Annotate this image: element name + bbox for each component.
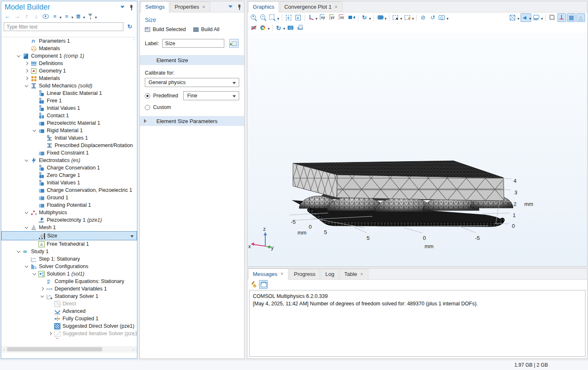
show-axis-orientation-icon[interactable]	[557, 13, 566, 22]
color-theme-icon[interactable]	[259, 24, 270, 32]
tree-item-contact-1[interactable]: Contact 1	[1, 112, 137, 119]
label-input[interactable]	[162, 39, 224, 48]
tab-messages[interactable]: Messages	[248, 268, 288, 280]
tree-item-direct[interactable]: Direct	[1, 300, 137, 307]
panel-menu-icon[interactable]	[120, 6, 125, 10]
zoom-box-icon[interactable]	[269, 13, 280, 22]
element-size-section-header[interactable]: Element Size	[140, 55, 244, 65]
tree-item-initial-values-1[interactable]: Initial Values 1	[1, 179, 137, 186]
dropdown-caret-icon[interactable]	[316, 14, 318, 22]
dropdown-caret-icon[interactable]	[541, 14, 543, 22]
tree-item-electrostatics[interactable]: Electrostatics(es)	[1, 157, 137, 164]
tree-item-advanced[interactable]: Advanced	[1, 307, 137, 315]
select-box-icon[interactable]	[391, 13, 403, 22]
tree-item-multiphysics[interactable]: Multiphysics	[1, 209, 137, 216]
tree-expanded-arrow[interactable]	[32, 271, 38, 277]
show-mesh-icon[interactable]: △	[576, 13, 585, 22]
tree-expanded-arrow[interactable]	[16, 53, 22, 59]
horizontal-scrollbar[interactable]: ‹ ›	[1, 346, 137, 353]
model-tree-node-text-icon[interactable]: ≣	[74, 12, 86, 21]
snapshot-icon[interactable]	[286, 24, 295, 32]
tree-item-materials[interactable]: Materials	[1, 45, 137, 52]
tree-collapsed-arrow[interactable]	[40, 286, 46, 292]
view-axis-icon[interactable]	[307, 13, 318, 22]
tree-item-rigid-material-1[interactable]: Rigid Material 1	[1, 127, 137, 134]
orthographic-projection-icon[interactable]	[548, 13, 557, 22]
tree-expanded-arrow[interactable]	[24, 157, 30, 163]
zoom-out-icon[interactable]	[259, 13, 268, 22]
tree-item-component-1[interactable]: Component 1(comp 1)	[1, 52, 137, 60]
tree-item-fixed-constraint-1[interactable]: Fixed Constraint 1	[1, 149, 137, 157]
expand-all-icon[interactable]: ≡	[51, 12, 62, 21]
show-icon[interactable]	[41, 12, 50, 21]
email-messages-icon[interactable]	[259, 280, 268, 289]
tree-item-study-1[interactable]: Study 1	[1, 248, 137, 255]
tree-item-piezoelectric-material-1[interactable]: Piezoelectric Material 1	[1, 119, 137, 127]
dropdown-caret-icon[interactable]	[369, 14, 371, 22]
dropdown-caret-icon[interactable]	[60, 13, 62, 20]
disable-transparency-icon[interactable]	[250, 24, 258, 32]
reset-hiding-icon[interactable]: ↺	[428, 13, 437, 22]
tree-item-materials[interactable]: Materials	[1, 75, 137, 82]
tree-item-charge-conservation-1[interactable]: Charge Conservation 1	[1, 164, 137, 172]
tree-item-compile-equations-stationary[interactable]: Compile Equations: Stationary	[1, 278, 137, 285]
tree-expanded-arrow[interactable]	[24, 225, 30, 230]
tree-item-initial-values-1[interactable]: Initial Values 1	[1, 134, 137, 142]
tree-item-suggested-iterative-solver-pze1[interactable]: Suggested Iterative Solver (pze1)	[1, 330, 137, 337]
tree-item-dependent-variables-1[interactable]: Dependent Variables 1	[1, 285, 137, 293]
tree-item-fully-coupled-1[interactable]: Fully Coupled 1	[1, 315, 137, 322]
tree-item-solver-configurations[interactable]: Solver Configurations	[1, 263, 137, 270]
zoom-to-selection-icon[interactable]	[294, 13, 302, 22]
camera-view-icon[interactable]	[347, 13, 356, 22]
predefined-radio[interactable]	[145, 93, 150, 99]
dropdown-caret-icon[interactable]	[283, 24, 286, 31]
close-icon[interactable]	[280, 271, 284, 277]
predefined-size-select[interactable]: Fine	[183, 91, 239, 100]
move-up-icon[interactable]: ↑	[22, 12, 31, 21]
graphics-plot-area[interactable]: -5 0 mm 5 5 0 -5 mm 4 3 2 mm 1 0	[247, 33, 587, 266]
back-icon[interactable]: ←	[3, 12, 12, 21]
tree-item-step-1-stationary[interactable]: Step 1: Stationary	[1, 255, 137, 263]
tree-item-definitions[interactable]: Definitions	[1, 60, 137, 67]
tree-item-solution-1[interactable]: Solution 1(sol1)	[1, 270, 137, 278]
build-all-button[interactable]: Build All	[193, 27, 219, 32]
zoom-in-icon[interactable]	[250, 13, 258, 22]
environment-reflections-icon[interactable]: ↻	[275, 24, 286, 32]
tree-item-mesh-1[interactable]: Mesh 1	[1, 224, 137, 231]
create-selection-button[interactable]	[229, 39, 239, 48]
tab-convergence-plot[interactable]: Convergence Plot 1	[280, 2, 343, 12]
tree-expanded-arrow[interactable]	[24, 210, 30, 215]
tree-item-free-tetrahedral-1[interactable]: Free Tetrahedral 1	[1, 240, 137, 248]
dropdown-caret-icon[interactable]	[412, 14, 414, 22]
tree-item-linear-elastic-material-1[interactable]: Linear Elastic Material 1	[1, 89, 137, 97]
filter-icon[interactable]	[86, 12, 98, 21]
scrollbar-thumb[interactable]	[7, 347, 102, 351]
refresh-icon[interactable]: ↻	[125, 22, 134, 31]
close-icon[interactable]	[202, 4, 206, 10]
dropdown-caret-icon[interactable]	[83, 13, 85, 20]
tree-item-initial-values-1[interactable]: Initial Values 1	[1, 104, 137, 112]
close-icon[interactable]	[360, 271, 364, 277]
tree-collapsed-arrow[interactable]	[24, 75, 30, 81]
pin-icon[interactable]	[237, 4, 242, 10]
dropdown-caret-icon[interactable]	[446, 14, 449, 22]
show-grid-icon[interactable]: ▦	[567, 13, 576, 22]
zoom-extents-icon[interactable]	[284, 13, 293, 22]
tab-progress[interactable]: Progress	[289, 269, 320, 279]
view-xz-plane-icon[interactable]: xz	[338, 13, 346, 22]
tab-table[interactable]: Table	[340, 269, 368, 279]
tab-properties[interactable]: Properties	[170, 2, 210, 12]
element-size-parameters-header[interactable]: Element Size Parameters	[140, 116, 244, 126]
tree-item-stationary-solver-1[interactable]: Stationary Solver 1	[1, 293, 137, 300]
tree-item-prescribed-displacement-rotation[interactable]: Prescribed Displacement/Rotation	[1, 142, 137, 149]
tree-item-suggested-direct-solver-pze1[interactable]: Suggested Direct Solver (pze1)	[1, 322, 137, 330]
custom-radio[interactable]	[145, 105, 150, 110]
tree-expanded-arrow[interactable]	[16, 249, 22, 254]
tree-item-piezoelectricity-1[interactable]: Piezoelectricity 1(pze1)	[1, 216, 137, 224]
move-down-icon[interactable]: ↓	[32, 12, 41, 21]
tree-item-ground-1[interactable]: Ground 1	[1, 194, 137, 201]
hide-objects-icon[interactable]: ⊘	[419, 13, 427, 22]
tree-item-zero-charge-1[interactable]: Zero Charge 1	[1, 172, 137, 179]
collapse-all-icon[interactable]: ≡	[63, 12, 74, 21]
tree-expanded-arrow[interactable]	[40, 293, 46, 299]
